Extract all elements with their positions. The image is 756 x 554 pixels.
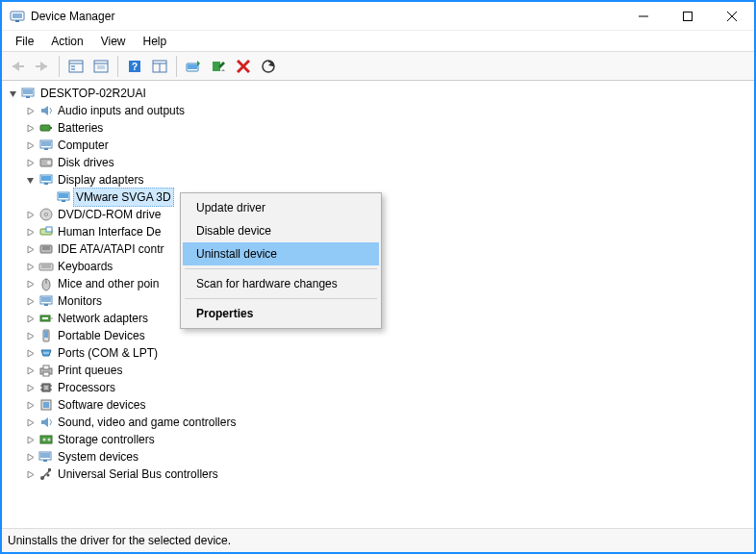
port-icon — [38, 345, 54, 361]
tree-label: Universal Serial Bus controllers — [58, 466, 218, 483]
svg-rect-57 — [41, 297, 51, 302]
chevron-right-icon[interactable] — [23, 277, 37, 290]
close-button[interactable] — [710, 2, 754, 31]
svg-rect-35 — [44, 148, 48, 150]
storage-icon — [38, 432, 54, 447]
menu-view[interactable]: View — [93, 33, 134, 50]
menu-file[interactable]: File — [8, 33, 41, 50]
tree-item-printq[interactable]: Print queues — [23, 362, 748, 379]
menu-help[interactable]: Help — [136, 33, 175, 50]
chevron-right-icon[interactable] — [23, 104, 37, 117]
chevron-right-icon[interactable] — [23, 398, 37, 412]
toolbar-uninstall-button[interactable] — [232, 55, 255, 78]
tree-item-network[interactable]: Network adapters — [23, 310, 748, 327]
tree-item-ports[interactable]: Ports (COM & LPT) — [23, 344, 748, 362]
sound-icon — [38, 415, 54, 430]
svg-rect-58 — [44, 304, 48, 306]
tree-item-usb[interactable]: Universal Serial Bus controllers — [23, 466, 748, 483]
tree-item-mice[interactable]: Mice and other poin — [23, 275, 748, 292]
toolbar-properties-button[interactable] — [89, 55, 113, 78]
toolbar-help-button[interactable]: ? — [123, 55, 146, 78]
maximize-button[interactable] — [666, 2, 710, 31]
chevron-right-icon[interactable] — [23, 467, 37, 481]
tree-item-disk[interactable]: Disk drives — [23, 154, 748, 171]
portable-icon — [38, 328, 54, 343]
context-uninstall-device[interactable]: Uninstall device — [183, 242, 379, 265]
tree-item-audio[interactable]: Audio inputs and outputs — [23, 102, 748, 119]
tree-item-storage[interactable]: Storage controllers — [23, 431, 748, 448]
context-disable-device[interactable]: Disable device — [183, 219, 379, 242]
chevron-right-icon[interactable] — [23, 121, 37, 135]
tree-item-keyboards[interactable]: Keyboards — [23, 258, 748, 275]
toolbar-disable-button[interactable] — [207, 55, 230, 78]
tree-item-ide[interactable]: IDE ATA/ATAPI contr — [23, 240, 748, 258]
tree-root[interactable]: DESKTOP-02R2UAI — [6, 85, 748, 102]
svg-rect-69 — [43, 372, 49, 376]
tree-label: IDE ATA/ATAPI contr — [58, 240, 164, 258]
tree-item-portable[interactable]: Portable Devices — [23, 327, 748, 344]
chevron-right-icon[interactable] — [23, 450, 37, 464]
chevron-right-icon[interactable] — [23, 312, 37, 325]
svg-rect-47 — [46, 227, 52, 232]
menu-bar: File Action View Help — [2, 31, 754, 52]
tree-label: Audio inputs and outputs — [58, 102, 185, 119]
app-icon — [10, 9, 25, 24]
action-list-icon — [152, 60, 167, 73]
tree-item-software[interactable]: Software devices — [23, 396, 748, 414]
chevron-right-icon[interactable] — [23, 364, 37, 377]
disable-device-icon — [211, 59, 226, 74]
chevron-down-icon[interactable] — [23, 173, 37, 187]
chevron-right-icon[interactable] — [23, 346, 37, 360]
chevron-right-icon[interactable] — [23, 294, 37, 308]
menu-action[interactable]: Action — [43, 33, 90, 50]
status-bar: Uninstalls the driver for the selected d… — [2, 529, 754, 552]
mouse-icon — [38, 276, 54, 291]
chevron-right-icon[interactable] — [23, 433, 37, 446]
chevron-right-icon[interactable] — [23, 138, 37, 152]
chevron-right-icon[interactable] — [23, 225, 37, 239]
disc-icon — [38, 207, 54, 222]
device-tree-panel[interactable]: DESKTOP-02R2UAI Audio inputs and outputs… — [2, 81, 754, 529]
chevron-right-icon[interactable] — [23, 208, 37, 221]
tree-label: Software devices — [58, 396, 145, 414]
svg-point-45 — [45, 214, 48, 216]
tree-label: Portable Devices — [58, 327, 145, 344]
svg-rect-68 — [43, 365, 49, 369]
tree-item-dvd[interactable]: DVD/CD-ROM drive — [23, 206, 748, 223]
tree-label: Computer — [58, 137, 109, 154]
chevron-right-icon[interactable] — [23, 242, 37, 256]
svg-point-66 — [47, 352, 48, 353]
tree-item-computer[interactable]: Computer — [23, 137, 748, 154]
toolbar-update-driver-button[interactable] — [182, 55, 205, 78]
tree-label: Disk drives — [58, 154, 114, 171]
chevron-right-icon[interactable] — [23, 381, 37, 394]
chevron-right-icon[interactable] — [23, 416, 37, 429]
battery-icon — [38, 120, 54, 136]
tree-item-batteries[interactable]: Batteries — [23, 119, 748, 137]
tree-item-display-child[interactable]: VMware SVGA 3D — [40, 189, 748, 206]
chevron-right-icon[interactable] — [23, 329, 37, 342]
chevron-right-icon[interactable] — [23, 260, 37, 273]
toolbar-separator — [176, 56, 177, 77]
tree-label: Network adapters — [58, 310, 148, 327]
tree-item-hid[interactable]: Human Interface De — [23, 223, 748, 240]
toolbar-action-button[interactable] — [148, 55, 171, 78]
tree-item-monitors[interactable]: Monitors — [23, 292, 748, 310]
cpu-icon — [38, 380, 54, 395]
tree-item-display[interactable]: Display adapters — [23, 171, 748, 189]
tree-item-system[interactable]: System devices — [23, 448, 748, 466]
tree-item-processors[interactable]: Processors — [23, 379, 748, 396]
printer-icon — [38, 363, 54, 378]
context-properties[interactable]: Properties — [183, 302, 379, 325]
tree-item-sound[interactable]: Sound, video and game controllers — [23, 414, 748, 431]
svg-rect-29 — [23, 89, 33, 94]
context-update-driver[interactable]: Update driver — [183, 196, 379, 219]
minimize-button[interactable] — [621, 2, 666, 31]
svg-rect-82 — [40, 453, 50, 458]
chevron-right-icon[interactable] — [23, 156, 37, 169]
keyboard-icon — [38, 259, 54, 274]
context-scan-hardware[interactable]: Scan for hardware changes — [183, 272, 379, 295]
toolbar-scan-button[interactable] — [257, 55, 280, 78]
chevron-down-icon[interactable] — [6, 87, 19, 100]
toolbar-show-hide-console-button[interactable] — [64, 55, 88, 78]
